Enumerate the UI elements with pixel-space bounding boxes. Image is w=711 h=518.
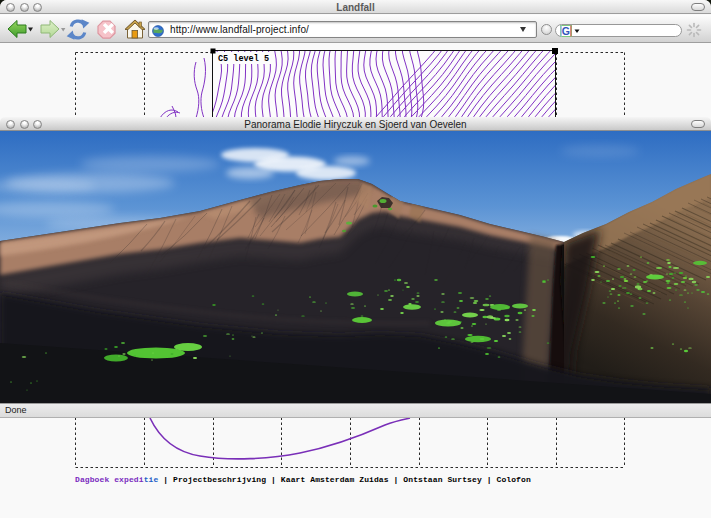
svg-text:G: G [562, 25, 570, 37]
svg-text:C5 level 5: C5 level 5 [218, 54, 269, 64]
